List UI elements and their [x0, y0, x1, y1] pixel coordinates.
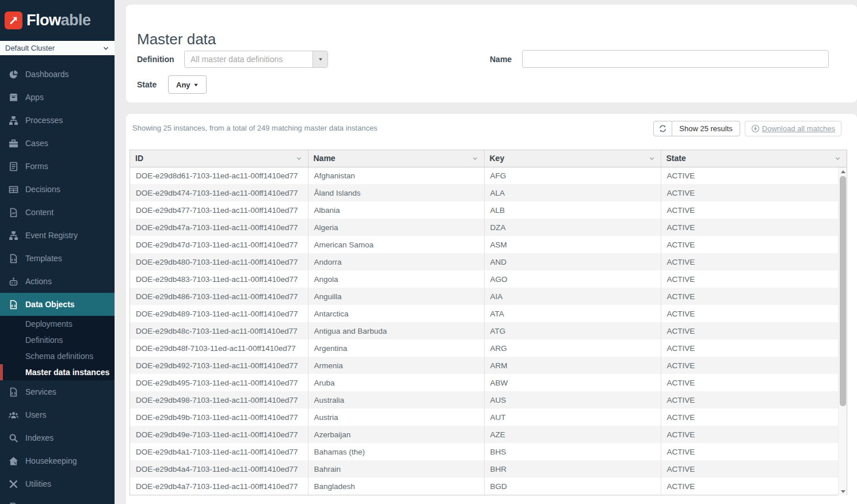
sidebar-item-forms[interactable]: Forms	[0, 155, 115, 178]
scrollbar-up-arrow[interactable]	[839, 167, 847, 175]
cell-state: ACTIVE	[661, 374, 847, 391]
table-row[interactable]: DOE-e29db4a4-7103-11ed-ac11-00ff1410ed77…	[130, 460, 847, 478]
cell-id: DOE-e29db483-7103-11ed-ac11-00ff1410ed77	[130, 270, 308, 288]
cell-name: Australia	[308, 391, 484, 408]
sidebar-item-partial[interactable]	[0, 495, 115, 504]
download-icon	[751, 124, 760, 133]
sidebar-item-users[interactable]: Users	[0, 403, 115, 426]
refresh-button[interactable]	[653, 121, 672, 136]
column-header-id[interactable]: ID	[130, 150, 308, 167]
table-row[interactable]: DOE-e29db489-7103-11ed-ac11-00ff1410ed77…	[130, 305, 847, 322]
sidebar-item-actions[interactable]: Actions	[0, 270, 115, 293]
sidebar-item-housekeeping[interactable]: Housekeeping	[0, 449, 115, 472]
cell-state: ACTIVE	[661, 167, 847, 184]
sitemap-icon	[8, 115, 18, 125]
sidebar-item-templates[interactable]: Templates	[0, 247, 115, 270]
table-row[interactable]: DOE-e29db483-7103-11ed-ac11-00ff1410ed77…	[130, 270, 847, 288]
pie-chart-icon	[8, 69, 18, 79]
show-results-label: Show 25 results	[679, 124, 733, 133]
cell-name: Aruba	[308, 374, 484, 391]
cell-state: ACTIVE	[661, 305, 847, 322]
table-row[interactable]: DOE-e29db492-7103-11ed-ac11-00ff1410ed77…	[130, 357, 847, 374]
sidebar-item-event-registry[interactable]: Event Registry	[0, 224, 115, 247]
table-row[interactable]: DOE-e29db498-7103-11ed-ac11-00ff1410ed77…	[130, 391, 847, 408]
table-row[interactable]: DOE-e29db48c-7103-11ed-ac11-00ff1410ed77…	[130, 322, 847, 339]
cell-id: DOE-e29db49b-7103-11ed-ac11-00ff1410ed77	[130, 408, 308, 426]
column-header-label: ID	[135, 154, 143, 163]
cell-name: Argentina	[308, 339, 484, 357]
sidebar-item-content[interactable]: Content	[0, 201, 115, 224]
cell-id: DOE-e29db495-7103-11ed-ac11-00ff1410ed77	[130, 374, 308, 391]
show-results-button[interactable]: Show 25 results	[672, 121, 740, 136]
cell-name: Albania	[308, 201, 484, 219]
column-header-state[interactable]: State	[661, 150, 847, 167]
table-scrollbar[interactable]	[838, 167, 847, 495]
table-row[interactable]: DOE-e29db47d-7103-11ed-ac11-00ff1410ed77…	[130, 236, 847, 253]
cell-state: ACTIVE	[661, 201, 847, 219]
table-row[interactable]: DOE-e29db486-7103-11ed-ac11-00ff1410ed77…	[130, 288, 847, 305]
state-label: State	[137, 80, 168, 89]
results-summary: Showing 25 instances, from a total of 24…	[132, 124, 378, 132]
users-icon	[8, 410, 18, 420]
cell-id: DOE-e29db489-7103-11ed-ac11-00ff1410ed77	[130, 305, 308, 322]
table-row[interactable]: DOE-e29db477-7103-11ed-ac11-00ff1410ed77…	[130, 201, 847, 219]
cell-key: ALB	[484, 201, 661, 219]
main-content: Master data Definition All master data d…	[115, 0, 857, 504]
cell-id: DOE-e29db48c-7103-11ed-ac11-00ff1410ed77	[130, 322, 308, 339]
table-row[interactable]: DOE-e29db4a7-7103-11ed-ac11-00ff1410ed77…	[130, 478, 847, 495]
sidebar-item-label: Content	[25, 208, 54, 217]
sidebar-item-dashboards[interactable]: Dashboards	[0, 63, 115, 86]
table-row[interactable]: DOE-e29db495-7103-11ed-ac11-00ff1410ed77…	[130, 374, 847, 391]
table-row[interactable]: DOE-e29d8d61-7103-11ed-ac11-00ff1410ed77…	[130, 167, 847, 184]
cell-key: ATG	[484, 322, 661, 339]
cell-id: DOE-e29db492-7103-11ed-ac11-00ff1410ed77	[130, 357, 308, 374]
sidebar-item-utilities[interactable]: Utilities	[0, 472, 115, 495]
table-row[interactable]: DOE-e29db474-7103-11ed-ac11-00ff1410ed77…	[130, 184, 847, 201]
cell-state: ACTIVE	[661, 408, 847, 426]
cluster-select[interactable]: Default Cluster	[0, 40, 115, 56]
column-header-key[interactable]: Key	[484, 150, 661, 167]
sidebar-subitem-master-data-instances[interactable]: Master data instances	[0, 364, 115, 380]
cell-key: DZA	[484, 219, 661, 236]
download-all-matches-button[interactable]: Download all matches	[745, 121, 841, 136]
table-row[interactable]: DOE-e29db48f-7103-11ed-ac11-00ff1410ed77…	[130, 339, 847, 357]
robot-icon	[8, 276, 18, 287]
definition-select[interactable]: All master data definitions	[184, 51, 328, 68]
scrollbar-thumb[interactable]	[840, 176, 846, 406]
master-data-table: IDNameKeyState DOE-e29d8d61-7103-11ed-ac…	[129, 150, 847, 495]
sidebar-item-cases[interactable]: Cases	[0, 132, 115, 155]
sidebar-subitem-schema-definitions[interactable]: Schema definitions	[0, 348, 115, 364]
sidebar-item-label: Forms	[25, 162, 48, 171]
sitemap-icon	[8, 230, 18, 240]
table-row[interactable]: DOE-e29db480-7103-11ed-ac11-00ff1410ed77…	[130, 253, 847, 270]
state-dropdown-button[interactable]: Any	[168, 75, 207, 94]
sidebar-item-indexes[interactable]: Indexes	[0, 426, 115, 449]
table-row[interactable]: DOE-e29db49b-7103-11ed-ac11-00ff1410ed77…	[130, 408, 847, 426]
cell-name: Azerbaijan	[308, 426, 484, 443]
table-row[interactable]: DOE-e29db49e-7103-11ed-ac11-00ff1410ed77…	[130, 426, 847, 443]
sidebar-item-processes[interactable]: Processes	[0, 109, 115, 132]
sidebar-item-apps[interactable]: Apps	[0, 86, 115, 109]
definition-select-arrow-button[interactable]	[313, 51, 327, 67]
column-header-name[interactable]: Name	[308, 150, 484, 167]
cell-state: ACTIVE	[661, 339, 847, 357]
sidebar-item-services[interactable]: Services	[0, 380, 115, 403]
cell-state: ACTIVE	[661, 426, 847, 443]
cell-id: DOE-e29db48f-7103-11ed-ac11-00ff1410ed77	[130, 339, 308, 357]
name-label: Name	[490, 55, 522, 64]
table-row[interactable]: DOE-e29db4a1-7103-11ed-ac11-00ff1410ed77…	[130, 443, 847, 460]
sidebar-subitem-deployments[interactable]: Deployments	[0, 316, 115, 332]
cell-name: Anguilla	[308, 288, 484, 305]
cell-name: American Samoa	[308, 236, 484, 253]
sidebar-item-decisions[interactable]: Decisions	[0, 178, 115, 201]
cell-key: AND	[484, 253, 661, 270]
cell-state: ACTIVE	[661, 478, 847, 495]
name-input[interactable]	[522, 50, 829, 68]
sidebar-item-data-objects[interactable]: Data Objects	[0, 293, 115, 316]
scrollbar-down-arrow[interactable]	[839, 487, 847, 495]
cell-id: DOE-e29db486-7103-11ed-ac11-00ff1410ed77	[130, 288, 308, 305]
cell-id: DOE-e29db47d-7103-11ed-ac11-00ff1410ed77	[130, 236, 308, 253]
sidebar-subitem-definitions[interactable]: Definitions	[0, 332, 115, 348]
table-row[interactable]: DOE-e29db47a-7103-11ed-ac11-00ff1410ed77…	[130, 219, 847, 236]
definition-select-value: All master data definitions	[185, 55, 283, 64]
